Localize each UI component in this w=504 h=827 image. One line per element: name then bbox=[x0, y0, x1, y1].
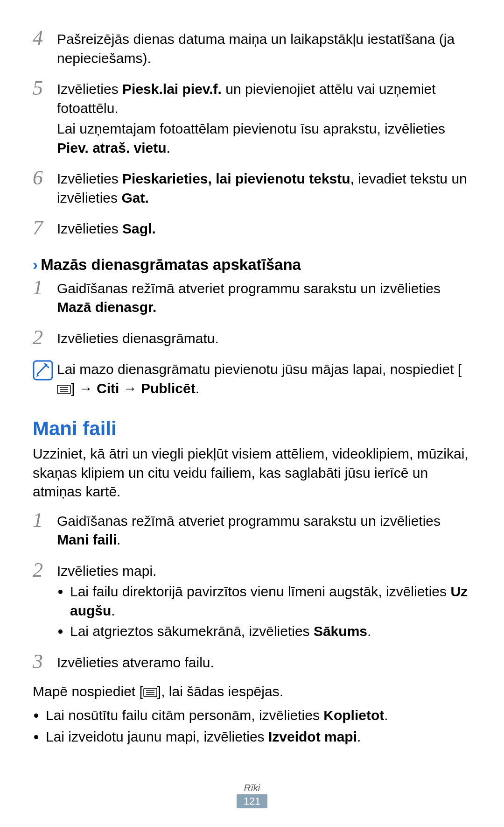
note-text: Lai mazo dienasgrāmatu pievienotu jūsu m… bbox=[57, 358, 471, 399]
footer-category: Rīki bbox=[33, 783, 471, 793]
step-number: 2 bbox=[33, 327, 57, 350]
step-7: 7 Izvēlieties Sagl. bbox=[33, 218, 471, 240]
step-text: Pašreizējās dienas datuma maiņa un laika… bbox=[57, 30, 471, 68]
list-item: Lai izveidotu jaunu mapi, izvēlieties Iz… bbox=[46, 728, 471, 747]
step-number: 1 bbox=[33, 277, 57, 319]
list-item: Lai nosūtītu failu citām personām, izvēl… bbox=[46, 706, 471, 725]
step-body: Izvēlieties mapi. Lai failu direktorijā … bbox=[57, 560, 471, 643]
section-title-mani-faili: Mani faili bbox=[33, 417, 471, 440]
step-text: Izvēlieties Pieskarieties, lai pievienot… bbox=[57, 170, 471, 207]
text: Mapē nospiediet [ bbox=[33, 684, 143, 699]
step-body: Gaidīšanas režīmā atveriet programmu sar… bbox=[57, 277, 471, 319]
chevron-icon: › bbox=[33, 255, 38, 274]
bold-text: Publicēt bbox=[141, 381, 196, 396]
step-text: Gaidīšanas režīmā atveriet programmu sar… bbox=[57, 279, 471, 317]
subheading-text: Mazās dienasgrāmatas apskatīšana bbox=[41, 256, 301, 274]
text: Lai mazo dienasgrāmatu pievienotu jūsu m… bbox=[57, 361, 462, 377]
step-body: Gaidīšanas režīmā atveriet programmu sar… bbox=[57, 510, 471, 551]
menu-key-icon bbox=[57, 380, 71, 399]
files-step-2: 2 Izvēlieties mapi. Lai failu direktorij… bbox=[33, 560, 471, 643]
text: Izvēlieties bbox=[57, 81, 122, 97]
step-4: 4 Pašreizējās dienas datuma maiņa un lai… bbox=[33, 28, 471, 70]
files-step-1: 1 Gaidīšanas režīmā atveriet programmu s… bbox=[33, 510, 471, 551]
text: . bbox=[357, 729, 361, 744]
diary-step-2: 2 Izvēlieties dienasgrāmatu. bbox=[33, 327, 471, 350]
page-number: 121 bbox=[237, 794, 267, 808]
step-text: Izvēlieties mapi. bbox=[57, 562, 471, 581]
step-number: 6 bbox=[33, 168, 57, 209]
bold-text: Citi bbox=[97, 381, 119, 396]
bold-text: Sagl. bbox=[122, 221, 156, 236]
files-step-3: 3 Izvēlieties atveramo failu. bbox=[33, 651, 471, 674]
subheading-diary-view: › Mazās dienasgrāmatas apskatīšana bbox=[33, 255, 471, 274]
page: 4 Pašreizējās dienas datuma maiņa un lai… bbox=[0, 0, 504, 827]
step-body: Izvēlieties Sagl. bbox=[57, 218, 156, 240]
bold-text: Piesk.lai piev.f. bbox=[122, 81, 222, 97]
step-bullets: Lai failu direktorijā pavirzītos vienu l… bbox=[57, 582, 471, 641]
step-text: Gaidīšanas režīmā atveriet programmu sar… bbox=[57, 512, 471, 550]
bold-text: Izveidot mapi bbox=[268, 729, 357, 744]
bold-text: Pieskarieties, lai pievienotu tekstu bbox=[122, 171, 350, 186]
step-body: Pašreizējās dienas datuma maiņa un laika… bbox=[57, 28, 471, 70]
step-5: 5 Izvēlieties Piesk.lai piev.f. un pievi… bbox=[33, 78, 471, 159]
step-body: Izvēlieties Pieskarieties, lai pievienot… bbox=[57, 168, 471, 209]
menu-key-icon bbox=[143, 683, 157, 702]
text: Lai uzņemtajam fotoattēlam pievienotu īs… bbox=[57, 121, 445, 136]
text: Izvēlieties bbox=[57, 221, 122, 236]
text: . bbox=[117, 532, 120, 547]
step-text: Izvēlieties dienasgrāmatu. bbox=[57, 329, 219, 348]
text: . bbox=[384, 707, 388, 723]
bold-text: Gat. bbox=[121, 190, 148, 205]
text: . bbox=[111, 603, 115, 618]
text: Lai atgrieztos sākumekrānā, izvēlieties bbox=[70, 623, 314, 639]
text: Lai nosūtītu failu citām personām, izvēl… bbox=[46, 707, 323, 723]
note-publish: Lai mazo dienasgrāmatu pievienotu jūsu m… bbox=[33, 358, 471, 399]
step-body: Izvēlieties Piesk.lai piev.f. un pievien… bbox=[57, 78, 471, 159]
bold-text: Mani faili bbox=[57, 532, 117, 547]
step-text: Izvēlieties Sagl. bbox=[57, 219, 156, 239]
text: . bbox=[167, 140, 170, 156]
text: Gaidīšanas režīmā atveriet programmu sar… bbox=[57, 513, 441, 529]
step-body: Izvēlieties atveramo failu. bbox=[57, 651, 214, 674]
bold-text: Piev. atraš. vietu bbox=[57, 140, 167, 156]
text: → bbox=[119, 381, 141, 396]
text: Lai failu direktorijā pavirzītos vienu l… bbox=[70, 584, 450, 599]
text: . bbox=[367, 623, 371, 639]
list-item: Lai atgrieztos sākumekrānā, izvēlieties … bbox=[70, 622, 471, 641]
bold-text: Koplietot bbox=[323, 707, 384, 723]
step-number: 1 bbox=[33, 510, 57, 551]
step-number: 2 bbox=[33, 560, 57, 643]
text: Gaidīšanas režīmā atveriet programmu sar… bbox=[57, 281, 441, 296]
page-footer: Rīki 121 bbox=[33, 783, 471, 808]
step-text: Izvēlieties Piesk.lai piev.f. un pievien… bbox=[57, 80, 471, 118]
bold-text: Sākums bbox=[314, 623, 367, 639]
content: 4 Pašreizējās dienas datuma maiņa un lai… bbox=[33, 28, 471, 764]
text: ] → bbox=[71, 381, 97, 396]
diary-step-1: 1 Gaidīšanas režīmā atveriet programmu s… bbox=[33, 277, 471, 319]
text: Lai izveidotu jaunu mapi, izvēlieties bbox=[46, 729, 268, 744]
step-text: Izvēlieties atveramo failu. bbox=[57, 653, 214, 672]
text: ], lai šādas iespējas. bbox=[157, 684, 283, 699]
folder-options-list: Lai nosūtītu failu citām personām, izvēl… bbox=[33, 706, 471, 747]
step-number: 4 bbox=[33, 28, 57, 70]
step-text: Lai uzņemtajam fotoattēlam pievienotu īs… bbox=[57, 120, 471, 157]
step-number: 5 bbox=[33, 78, 57, 159]
text: Izvēlieties bbox=[57, 171, 122, 186]
note-icon bbox=[33, 358, 57, 399]
text: . bbox=[196, 381, 199, 396]
step-number: 7 bbox=[33, 218, 57, 240]
step-6: 6 Izvēlieties Pieskarieties, lai pievien… bbox=[33, 168, 471, 209]
list-item: Lai failu direktorijā pavirzītos vienu l… bbox=[70, 582, 471, 620]
folder-options-intro: Mapē nospiediet [ ], lai šādas iespējas. bbox=[33, 682, 471, 702]
step-body: Izvēlieties dienasgrāmatu. bbox=[57, 327, 219, 350]
bold-text: Mazā dienasgr. bbox=[57, 299, 156, 315]
step-number: 3 bbox=[33, 651, 57, 674]
intro-paragraph: Uzziniet, kā ātri un viegli piekļūt visi… bbox=[33, 445, 471, 502]
